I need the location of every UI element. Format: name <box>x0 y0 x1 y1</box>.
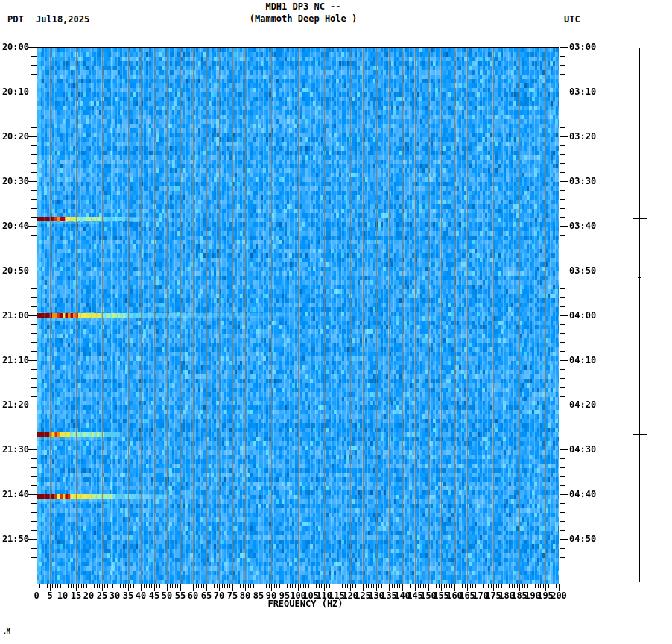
x-axis-minor-tick <box>97 584 98 588</box>
y-axis-minor-tick-left <box>31 235 37 236</box>
x-axis-minor-tick <box>165 584 165 588</box>
y-axis-major-tick-right <box>560 47 568 48</box>
y-axis-right-label: 03:20 <box>569 132 596 141</box>
x-axis-minor-tick <box>139 584 139 588</box>
y-axis-minor-tick-right <box>560 127 565 128</box>
x-axis-minor-tick <box>212 584 212 588</box>
y-axis-major-tick-right <box>560 539 568 540</box>
x-axis-minor-tick <box>240 584 241 588</box>
y-axis-minor-tick-right <box>560 521 565 522</box>
x-axis-minor-tick <box>162 584 162 588</box>
y-axis-minor-tick-left <box>31 378 37 379</box>
timezone-left-label: PDT <box>7 15 24 25</box>
y-axis-minor-tick-right <box>560 512 565 513</box>
x-axis-minor-tick <box>172 584 173 588</box>
y-axis-minor-tick-right <box>560 83 565 83</box>
trace-minor-blip <box>638 277 641 278</box>
y-axis-minor-tick-left <box>31 476 37 477</box>
y-axis-right-label: 04:40 <box>569 490 596 499</box>
x-axis-minor-tick <box>543 584 544 588</box>
y-axis-minor-tick-right <box>560 190 565 191</box>
x-axis-minor-tick <box>457 584 457 588</box>
x-axis-minor-tick <box>319 584 320 588</box>
x-axis-minor-tick <box>39 584 40 588</box>
y-axis-minor-tick-left <box>31 65 37 66</box>
x-axis-minor-tick <box>248 584 249 588</box>
x-axis-minor-tick <box>144 584 145 588</box>
event-spike <box>633 496 647 496</box>
x-axis-minor-tick <box>47 584 48 588</box>
y-axis-minor-tick-right <box>560 396 565 397</box>
event-spike <box>633 218 647 219</box>
x-axis-minor-tick <box>305 584 306 588</box>
x-axis-minor-tick <box>45 584 45 588</box>
x-axis-minor-tick <box>423 584 424 588</box>
y-axis-minor-tick-left <box>31 154 37 155</box>
y-axis-left-label: 20:40 <box>0 221 29 230</box>
y-axis-minor-tick-right <box>560 74 565 75</box>
x-axis-minor-tick <box>42 584 42 588</box>
x-axis-minor-tick <box>198 584 199 588</box>
x-axis-minor-tick <box>496 584 497 588</box>
x-axis-minor-tick <box>295 584 296 588</box>
y-axis-major-tick-right <box>560 494 568 495</box>
y-axis-minor-tick-left <box>31 101 37 101</box>
y-axis-right-label: 03:10 <box>569 87 596 96</box>
spectrogram-plot-area <box>37 47 559 584</box>
x-axis-minor-tick <box>60 584 61 588</box>
x-axis-minor-tick <box>460 584 460 588</box>
y-axis-left-label: 21:10 <box>0 356 29 364</box>
x-axis-minor-tick <box>462 584 463 588</box>
y-axis-minor-tick-left <box>31 432 37 432</box>
x-axis-minor-tick <box>439 584 440 588</box>
y-axis-right-label: 03:00 <box>569 42 596 51</box>
y-axis-minor-tick-right <box>560 110 565 110</box>
x-axis-minor-tick <box>256 584 256 588</box>
y-axis-minor-tick-left <box>31 548 37 549</box>
x-axis-minor-tick <box>279 584 280 588</box>
x-axis-minor-tick <box>151 584 152 588</box>
y-axis-minor-tick-right <box>560 172 565 173</box>
y-axis-minor-tick-left <box>31 575 37 575</box>
x-axis-minor-tick <box>405 584 405 588</box>
x-axis-minor-tick <box>118 584 118 588</box>
x-axis-minor-tick <box>345 584 346 588</box>
spectrogram-canvas <box>37 48 559 584</box>
y-axis-minor-tick-right <box>560 423 565 423</box>
y-axis-minor-tick-left <box>31 253 37 253</box>
y-axis-minor-tick-right <box>560 458 565 459</box>
y-axis-minor-tick-right <box>560 503 565 504</box>
x-axis-minor-tick <box>335 584 335 588</box>
y-axis-minor-tick-right <box>560 163 565 164</box>
x-axis-minor-tick <box>52 584 53 588</box>
x-axis-minor-tick <box>66 584 66 588</box>
y-axis-minor-tick-left <box>31 351 37 352</box>
x-axis-minor-tick <box>538 584 539 588</box>
x-axis-minor-tick <box>130 584 131 588</box>
x-axis-minor-tick <box>214 584 215 588</box>
x-axis-minor-tick <box>235 584 235 588</box>
x-axis-minor-tick <box>465 584 466 588</box>
y-axis-major-tick-right <box>560 136 568 137</box>
y-axis-major-tick-right <box>560 181 568 182</box>
x-axis-minor-tick <box>316 584 317 588</box>
y-axis-minor-tick-right <box>560 476 565 477</box>
x-axis-minor-tick <box>217 584 218 588</box>
x-axis-minor-tick <box>556 584 557 588</box>
x-axis-minor-tick <box>159 584 160 588</box>
x-axis-minor-tick <box>371 584 372 588</box>
x-axis-minor-tick <box>266 584 267 588</box>
x-axis-minor-tick <box>274 584 275 588</box>
x-axis-minor-tick <box>527 584 528 588</box>
y-axis-major-tick-right <box>560 449 568 450</box>
x-axis-minor-tick <box>408 584 408 588</box>
y-axis-minor-tick-left <box>31 530 37 531</box>
x-axis-minor-tick <box>81 584 82 588</box>
x-axis-minor-tick <box>355 584 356 588</box>
y-axis-left-label: 21:00 <box>0 311 29 320</box>
y-axis-right-label: 04:00 <box>569 311 596 320</box>
y-axis-minor-tick-left <box>31 199 37 200</box>
y-axis-minor-tick-right <box>560 119 565 119</box>
y-axis-minor-tick-right <box>560 297 565 298</box>
y-axis-minor-tick-right <box>560 145 565 146</box>
